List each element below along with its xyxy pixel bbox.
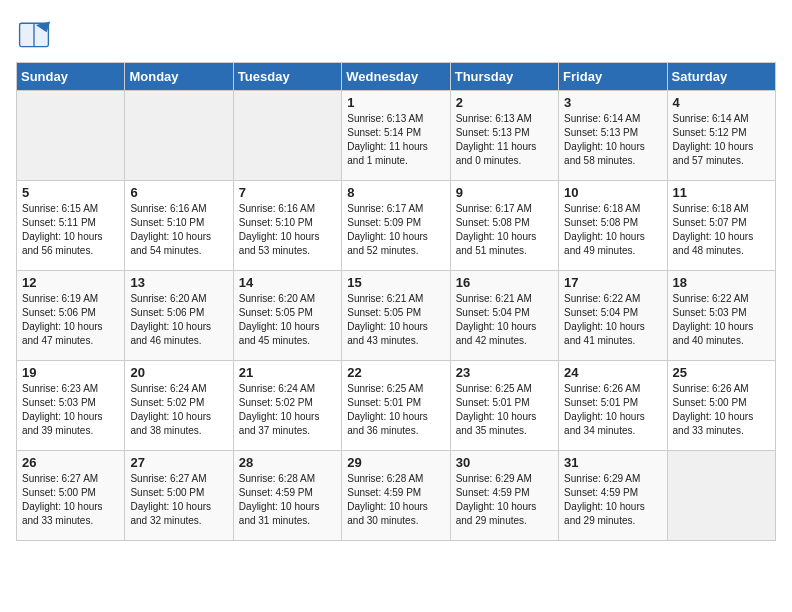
column-header-saturday: Saturday [667,63,775,91]
cell-day-number: 2 [456,95,553,110]
cell-info: Sunrise: 6:26 AMSunset: 5:00 PMDaylight:… [673,382,770,438]
cell-info: Sunrise: 6:20 AMSunset: 5:05 PMDaylight:… [239,292,336,348]
calendar-cell [233,91,341,181]
cell-day-number: 8 [347,185,444,200]
cell-info: Sunrise: 6:25 AMSunset: 5:01 PMDaylight:… [347,382,444,438]
cell-day-number: 22 [347,365,444,380]
calendar-cell: 2 Sunrise: 6:13 AMSunset: 5:13 PMDayligh… [450,91,558,181]
calendar-cell: 5 Sunrise: 6:15 AMSunset: 5:11 PMDayligh… [17,181,125,271]
calendar-cell: 6 Sunrise: 6:16 AMSunset: 5:10 PMDayligh… [125,181,233,271]
calendar-cell: 1 Sunrise: 6:13 AMSunset: 5:14 PMDayligh… [342,91,450,181]
cell-day-number: 15 [347,275,444,290]
cell-info: Sunrise: 6:14 AMSunset: 5:13 PMDaylight:… [564,112,661,168]
calendar-cell: 8 Sunrise: 6:17 AMSunset: 5:09 PMDayligh… [342,181,450,271]
cell-day-number: 19 [22,365,119,380]
calendar-cell: 21 Sunrise: 6:24 AMSunset: 5:02 PMDaylig… [233,361,341,451]
cell-info: Sunrise: 6:18 AMSunset: 5:07 PMDaylight:… [673,202,770,258]
cell-day-number: 25 [673,365,770,380]
calendar-cell: 26 Sunrise: 6:27 AMSunset: 5:00 PMDaylig… [17,451,125,541]
column-header-wednesday: Wednesday [342,63,450,91]
cell-info: Sunrise: 6:25 AMSunset: 5:01 PMDaylight:… [456,382,553,438]
calendar-cell: 10 Sunrise: 6:18 AMSunset: 5:08 PMDaylig… [559,181,667,271]
cell-info: Sunrise: 6:13 AMSunset: 5:14 PMDaylight:… [347,112,444,168]
calendar-cell: 11 Sunrise: 6:18 AMSunset: 5:07 PMDaylig… [667,181,775,271]
cell-day-number: 16 [456,275,553,290]
calendar-cell: 29 Sunrise: 6:28 AMSunset: 4:59 PMDaylig… [342,451,450,541]
calendar-cell: 19 Sunrise: 6:23 AMSunset: 5:03 PMDaylig… [17,361,125,451]
cell-day-number: 23 [456,365,553,380]
cell-info: Sunrise: 6:24 AMSunset: 5:02 PMDaylight:… [239,382,336,438]
column-header-thursday: Thursday [450,63,558,91]
column-header-tuesday: Tuesday [233,63,341,91]
cell-day-number: 7 [239,185,336,200]
cell-day-number: 1 [347,95,444,110]
calendar-cell: 28 Sunrise: 6:28 AMSunset: 4:59 PMDaylig… [233,451,341,541]
cell-info: Sunrise: 6:16 AMSunset: 5:10 PMDaylight:… [239,202,336,258]
calendar-cell: 12 Sunrise: 6:19 AMSunset: 5:06 PMDaylig… [17,271,125,361]
calendar-table: SundayMondayTuesdayWednesdayThursdayFrid… [16,62,776,541]
calendar-cell: 24 Sunrise: 6:26 AMSunset: 5:01 PMDaylig… [559,361,667,451]
cell-info: Sunrise: 6:18 AMSunset: 5:08 PMDaylight:… [564,202,661,258]
calendar-cell: 30 Sunrise: 6:29 AMSunset: 4:59 PMDaylig… [450,451,558,541]
calendar-cell: 14 Sunrise: 6:20 AMSunset: 5:05 PMDaylig… [233,271,341,361]
calendar-cell: 22 Sunrise: 6:25 AMSunset: 5:01 PMDaylig… [342,361,450,451]
cell-day-number: 10 [564,185,661,200]
cell-day-number: 24 [564,365,661,380]
cell-info: Sunrise: 6:23 AMSunset: 5:03 PMDaylight:… [22,382,119,438]
cell-info: Sunrise: 6:27 AMSunset: 5:00 PMDaylight:… [22,472,119,528]
cell-info: Sunrise: 6:17 AMSunset: 5:08 PMDaylight:… [456,202,553,258]
cell-day-number: 29 [347,455,444,470]
cell-info: Sunrise: 6:28 AMSunset: 4:59 PMDaylight:… [239,472,336,528]
calendar-cell: 25 Sunrise: 6:26 AMSunset: 5:00 PMDaylig… [667,361,775,451]
cell-info: Sunrise: 6:29 AMSunset: 4:59 PMDaylight:… [456,472,553,528]
column-header-friday: Friday [559,63,667,91]
logo-icon [16,16,52,52]
calendar-cell: 15 Sunrise: 6:21 AMSunset: 5:05 PMDaylig… [342,271,450,361]
cell-info: Sunrise: 6:15 AMSunset: 5:11 PMDaylight:… [22,202,119,258]
cell-info: Sunrise: 6:26 AMSunset: 5:01 PMDaylight:… [564,382,661,438]
cell-day-number: 5 [22,185,119,200]
cell-info: Sunrise: 6:19 AMSunset: 5:06 PMDaylight:… [22,292,119,348]
cell-info: Sunrise: 6:22 AMSunset: 5:03 PMDaylight:… [673,292,770,348]
cell-day-number: 11 [673,185,770,200]
cell-info: Sunrise: 6:16 AMSunset: 5:10 PMDaylight:… [130,202,227,258]
calendar-cell: 31 Sunrise: 6:29 AMSunset: 4:59 PMDaylig… [559,451,667,541]
cell-day-number: 12 [22,275,119,290]
calendar-cell: 13 Sunrise: 6:20 AMSunset: 5:06 PMDaylig… [125,271,233,361]
calendar-cell: 23 Sunrise: 6:25 AMSunset: 5:01 PMDaylig… [450,361,558,451]
cell-info: Sunrise: 6:17 AMSunset: 5:09 PMDaylight:… [347,202,444,258]
cell-day-number: 21 [239,365,336,380]
calendar-cell: 3 Sunrise: 6:14 AMSunset: 5:13 PMDayligh… [559,91,667,181]
cell-day-number: 20 [130,365,227,380]
calendar-cell: 4 Sunrise: 6:14 AMSunset: 5:12 PMDayligh… [667,91,775,181]
cell-info: Sunrise: 6:24 AMSunset: 5:02 PMDaylight:… [130,382,227,438]
cell-info: Sunrise: 6:29 AMSunset: 4:59 PMDaylight:… [564,472,661,528]
cell-day-number: 31 [564,455,661,470]
cell-day-number: 4 [673,95,770,110]
page-header [16,16,776,52]
column-header-monday: Monday [125,63,233,91]
cell-info: Sunrise: 6:22 AMSunset: 5:04 PMDaylight:… [564,292,661,348]
cell-info: Sunrise: 6:21 AMSunset: 5:04 PMDaylight:… [456,292,553,348]
cell-day-number: 18 [673,275,770,290]
cell-info: Sunrise: 6:13 AMSunset: 5:13 PMDaylight:… [456,112,553,168]
calendar-cell: 18 Sunrise: 6:22 AMSunset: 5:03 PMDaylig… [667,271,775,361]
cell-day-number: 14 [239,275,336,290]
cell-info: Sunrise: 6:28 AMSunset: 4:59 PMDaylight:… [347,472,444,528]
cell-day-number: 13 [130,275,227,290]
calendar-cell [17,91,125,181]
calendar-cell [667,451,775,541]
calendar-cell: 17 Sunrise: 6:22 AMSunset: 5:04 PMDaylig… [559,271,667,361]
cell-day-number: 3 [564,95,661,110]
cell-day-number: 6 [130,185,227,200]
calendar-cell: 7 Sunrise: 6:16 AMSunset: 5:10 PMDayligh… [233,181,341,271]
cell-day-number: 26 [22,455,119,470]
calendar-cell [125,91,233,181]
calendar-cell: 16 Sunrise: 6:21 AMSunset: 5:04 PMDaylig… [450,271,558,361]
logo [16,16,58,52]
calendar-cell: 9 Sunrise: 6:17 AMSunset: 5:08 PMDayligh… [450,181,558,271]
calendar-cell: 27 Sunrise: 6:27 AMSunset: 5:00 PMDaylig… [125,451,233,541]
cell-info: Sunrise: 6:21 AMSunset: 5:05 PMDaylight:… [347,292,444,348]
cell-info: Sunrise: 6:27 AMSunset: 5:00 PMDaylight:… [130,472,227,528]
cell-day-number: 28 [239,455,336,470]
